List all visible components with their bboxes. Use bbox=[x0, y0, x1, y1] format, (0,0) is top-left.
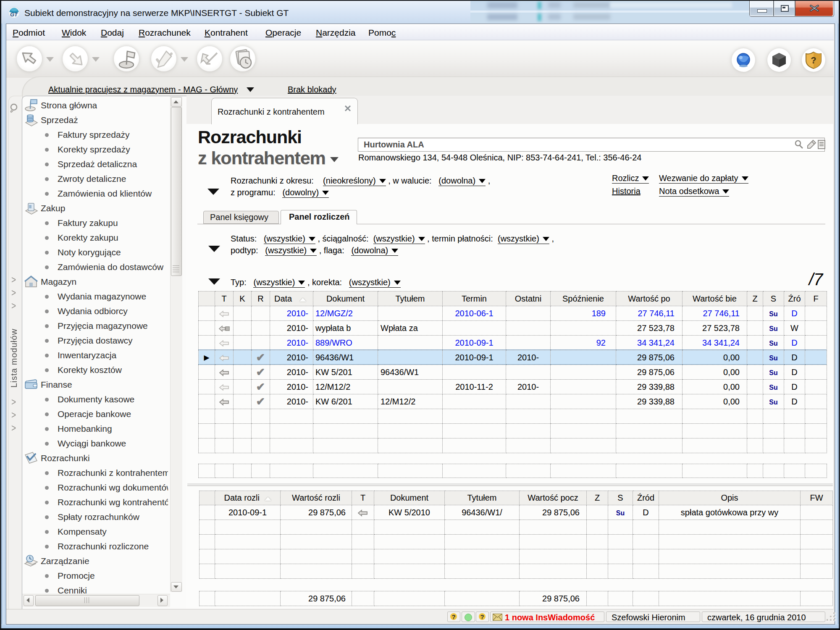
svg-text:?: ? bbox=[452, 613, 455, 620]
svg-text:?: ? bbox=[480, 613, 484, 620]
svg-text:GT: GT bbox=[10, 11, 18, 18]
svg-text:?: ? bbox=[811, 55, 816, 66]
